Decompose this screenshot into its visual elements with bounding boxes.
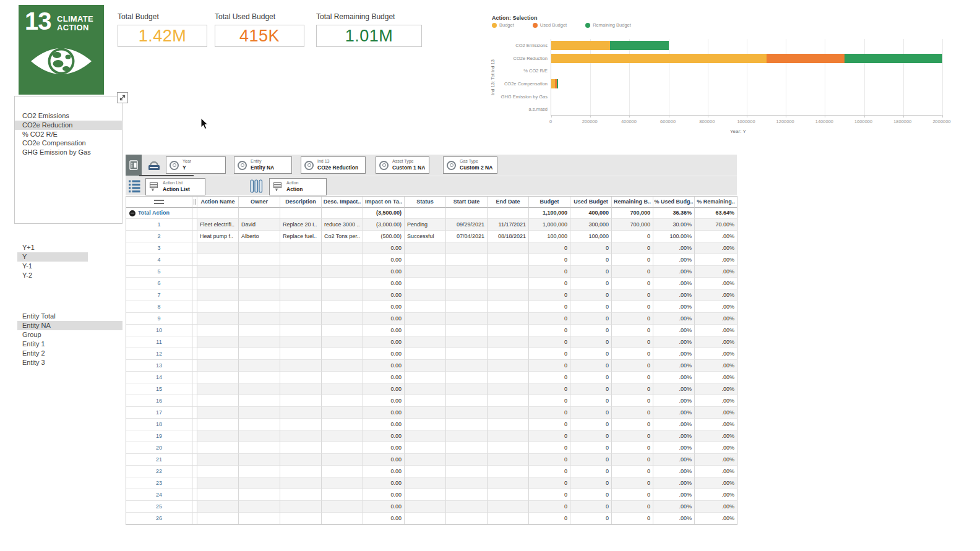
table-header-cell[interactable]: Budget (529, 197, 570, 208)
measure-item[interactable]: CO2e Compensation (15, 139, 122, 148)
table-header-cell[interactable]: Status (405, 197, 446, 208)
table-header-cell[interactable]: End Date (488, 197, 529, 208)
table-cell (197, 513, 239, 524)
list-view-icon[interactable] (129, 179, 140, 193)
table-row[interactable]: 100.00000.00%.00% (126, 325, 737, 336)
table-row[interactable]: 2Heat pump f..AlbertoReplace fuel..Co2 T… (126, 231, 737, 242)
table-row[interactable]: 50.00000.00%.00% (126, 266, 737, 278)
table-row[interactable]: 220.00000.00%.00% (126, 466, 737, 477)
legend-item[interactable]: Budget (492, 22, 514, 28)
table-total-row[interactable]: Total Action(3,500.00)1,100,000400,00070… (126, 208, 737, 219)
table-cell: 0 (570, 383, 612, 395)
table-row[interactable]: 200.00000.00%.00% (126, 442, 737, 454)
table-row[interactable]: 80.00000.00%.00% (126, 301, 737, 313)
column-resize-handle[interactable] (194, 199, 196, 205)
table-header-cell[interactable]: % Used Budg.. (653, 197, 695, 208)
expand-button[interactable] (117, 92, 128, 103)
table-header-cell[interactable]: Impact on Ta.. (363, 197, 405, 208)
filter-panel-button[interactable] (126, 155, 142, 176)
legend-item[interactable]: Used Budget (533, 22, 567, 28)
table-row[interactable]: 210.00000.00%.00% (126, 454, 737, 466)
year-item[interactable]: Y-2 (17, 271, 88, 280)
table-cell: 0.00 (363, 501, 405, 513)
table-cell (488, 348, 529, 360)
table-cell (192, 477, 197, 489)
entity-item[interactable]: Entity 2 (17, 349, 123, 358)
measure-item[interactable]: CO2 Emissions (15, 111, 122, 121)
table-cell: 0 (570, 360, 612, 372)
row-number: 26 (126, 513, 192, 524)
year-item[interactable]: Y+1 (17, 243, 88, 252)
measure-item[interactable]: % CO2 R/E (15, 130, 122, 139)
columns-view-icon[interactable] (250, 179, 263, 193)
table-header-row: Action NameOwnerDescriptionDesc. Impact.… (126, 197, 737, 208)
table-header-cell[interactable]: % Remaining.. (695, 197, 737, 208)
table-row[interactable]: 170.00000.00%.00% (126, 407, 737, 419)
filter-chip-gas-type[interactable]: Gas TypeCustom 2 NA (443, 156, 497, 174)
year-item[interactable]: Y-1 (17, 262, 88, 271)
entity-item[interactable]: Entity 3 (17, 358, 123, 367)
measure-item[interactable]: GHG Emission by Gas (15, 148, 122, 157)
table-cell (239, 348, 280, 360)
table-row[interactable]: 130.00000.00%.00% (126, 360, 737, 372)
entity-item[interactable]: Entity 1 (17, 340, 123, 349)
table-row[interactable]: 250.00000.00%.00% (126, 501, 737, 513)
table-row[interactable]: 110.00000.00%.00% (126, 336, 737, 348)
row-number: 19 (126, 430, 192, 442)
table-header-cell[interactable] (126, 197, 192, 208)
table-row[interactable]: 190.00000.00%.00% (126, 430, 737, 442)
table-row[interactable]: 240.00000.00%.00% (126, 489, 737, 501)
legend-item[interactable]: Remaining Budget (585, 22, 631, 28)
clear-filters-button[interactable] (147, 158, 161, 173)
table-row[interactable]: 60.00000.00%.00% (126, 278, 737, 289)
measure-item[interactable]: CO2e Reduction (15, 121, 122, 130)
view-chip-action[interactable]: ActionAction (269, 178, 327, 195)
table-cell: 0 (570, 395, 612, 407)
table-row[interactable]: 70.00000.00%.00% (126, 289, 737, 301)
table-row[interactable]: 150.00000.00%.00% (126, 383, 737, 395)
table-cell (239, 383, 280, 395)
chart-bar-segment[interactable] (610, 41, 669, 50)
table-header-cell[interactable]: Owner (239, 197, 280, 208)
table-row[interactable]: 1Fleet electrifi..DavidReplace 20 I..red… (126, 219, 737, 231)
chart-bar-segment[interactable] (767, 54, 845, 63)
view-chip-action-list[interactable]: Action ListAction List (145, 178, 205, 195)
table-cell: .00% (695, 278, 737, 289)
table-header-cell[interactable] (192, 197, 197, 208)
collapse-icon[interactable] (129, 210, 135, 216)
table-cell (197, 430, 239, 442)
table-cell: .00% (653, 442, 695, 454)
entity-item[interactable]: Entity NA (17, 321, 123, 330)
table-cell: 0 (529, 466, 570, 477)
entity-item[interactable]: Entity Total (17, 312, 123, 321)
table-row[interactable]: 120.00000.00%.00% (126, 348, 737, 360)
table-header-cell[interactable]: Remaining B.. (612, 197, 653, 208)
table-header-cell[interactable]: Action Name (197, 197, 239, 208)
table-row[interactable]: 160.00000.00%.00% (126, 395, 737, 407)
entity-item[interactable]: Group (17, 330, 123, 340)
filter-chip-ind-13[interactable]: Ind 13CO2e Reduction (301, 156, 366, 174)
table-row[interactable]: 180.00000.00%.00% (126, 419, 737, 430)
chart-bar-segment[interactable] (845, 54, 942, 63)
chart-bar-segment[interactable] (551, 41, 610, 50)
chart-bar-segment[interactable] (557, 79, 559, 88)
table-cell: Successful (405, 231, 446, 242)
table-row[interactable]: 30.00000.00%.00% (126, 242, 737, 254)
table-row[interactable]: 260.00000.00%.00% (126, 513, 737, 524)
table-header-cell[interactable]: Start Date (446, 197, 488, 208)
table-header-cell[interactable]: Desc. Impact.. (322, 197, 363, 208)
table-header-cell[interactable]: Description (280, 197, 322, 208)
filter-chip-asset-type[interactable]: Asset TypeCustom 1 NA (376, 156, 429, 174)
table-row[interactable]: 90.00000.00%.00% (126, 313, 737, 325)
table-row[interactable]: 40.00000.00%.00% (126, 254, 737, 266)
table-cell: 0 (612, 301, 653, 313)
chart-bar-segment[interactable] (551, 54, 767, 63)
table-cell (322, 289, 363, 301)
filter-chip-year[interactable]: YearY (166, 156, 226, 174)
table-header-cell[interactable]: Used Budget (570, 197, 612, 208)
year-item[interactable]: Y (17, 252, 88, 262)
table-row[interactable]: 140.00000.00%.00% (126, 372, 737, 383)
table-row[interactable]: 230.00000.00%.00% (126, 477, 737, 489)
filter-chip-entity[interactable]: EntityEntity NA (234, 156, 292, 174)
table-cell (446, 266, 488, 278)
